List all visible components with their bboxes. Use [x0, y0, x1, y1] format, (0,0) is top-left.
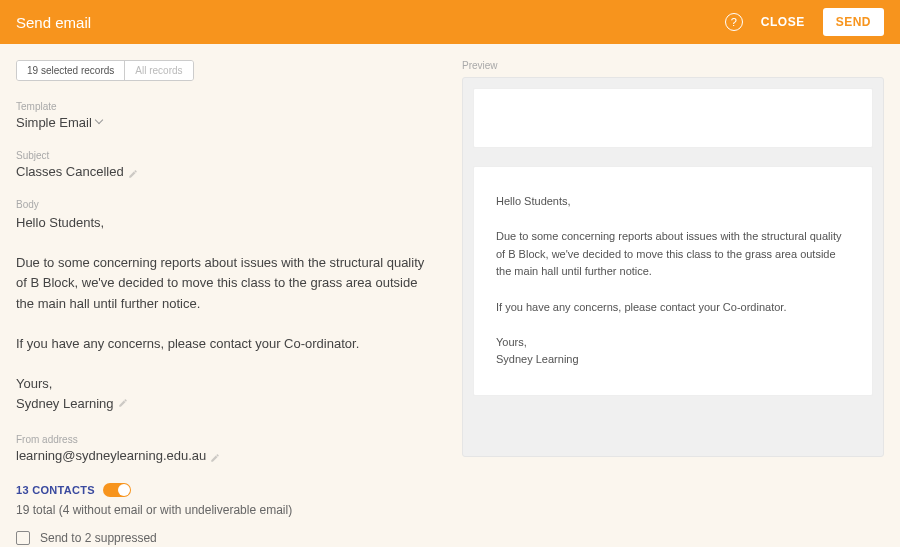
preview-header-placeholder	[473, 88, 873, 148]
template-value[interactable]: Simple Email	[16, 115, 438, 130]
template-text: Simple Email	[16, 115, 92, 130]
suppressed-label: Send to 2 suppressed	[40, 531, 157, 545]
tab-selected-records[interactable]: 19 selected records	[17, 61, 124, 80]
contacts-count: 13 CONTACTS	[16, 484, 95, 496]
contacts-row: 13 CONTACTS	[16, 483, 438, 497]
page-title: Send email	[16, 14, 91, 31]
from-value[interactable]: learning@sydneylearning.edu.au	[16, 448, 438, 463]
from-label: From address	[16, 434, 438, 445]
from-field: From address learning@sydneylearning.edu…	[16, 434, 438, 463]
pencil-icon	[118, 394, 128, 404]
chevron-down-icon	[96, 119, 104, 127]
close-button[interactable]: CLOSE	[761, 15, 805, 29]
from-text: learning@sydneylearning.edu.au	[16, 448, 206, 463]
content: 19 selected records All records Template…	[0, 44, 900, 547]
subject-label: Subject	[16, 150, 438, 161]
body-text[interactable]: Hello Students, Due to some concerning r…	[16, 213, 438, 414]
pencil-icon	[210, 451, 220, 461]
pencil-icon	[128, 167, 138, 177]
subject-text: Classes Cancelled	[16, 164, 124, 179]
subject-field: Subject Classes Cancelled	[16, 150, 438, 179]
preview-box: Hello Students, Due to some concerning r…	[462, 77, 884, 457]
header: Send email ? CLOSE SEND	[0, 0, 900, 44]
help-icon[interactable]: ?	[725, 13, 743, 31]
form-column: 19 selected records All records Template…	[16, 60, 438, 545]
contacts-toggle[interactable]	[103, 483, 131, 497]
send-button[interactable]: SEND	[823, 8, 884, 36]
suppressed-row: Send to 2 suppressed	[16, 531, 438, 545]
suppressed-checkbox[interactable]	[16, 531, 30, 545]
header-actions: ? CLOSE SEND	[725, 8, 884, 36]
template-field: Template Simple Email	[16, 101, 438, 130]
preview-email-body: Hello Students, Due to some concerning r…	[473, 166, 873, 396]
subject-value[interactable]: Classes Cancelled	[16, 164, 438, 179]
preview-label: Preview	[462, 60, 884, 71]
tab-all-records[interactable]: All records	[124, 61, 192, 80]
body-content: Hello Students, Due to some concerning r…	[16, 215, 428, 411]
body-label: Body	[16, 199, 438, 210]
record-tabs: 19 selected records All records	[16, 60, 194, 81]
template-label: Template	[16, 101, 438, 112]
preview-column: Preview Hello Students, Due to some conc…	[462, 60, 884, 545]
contacts-note: 19 total (4 without email or with undeli…	[16, 503, 438, 517]
body-field: Body Hello Students, Due to some concern…	[16, 199, 438, 414]
